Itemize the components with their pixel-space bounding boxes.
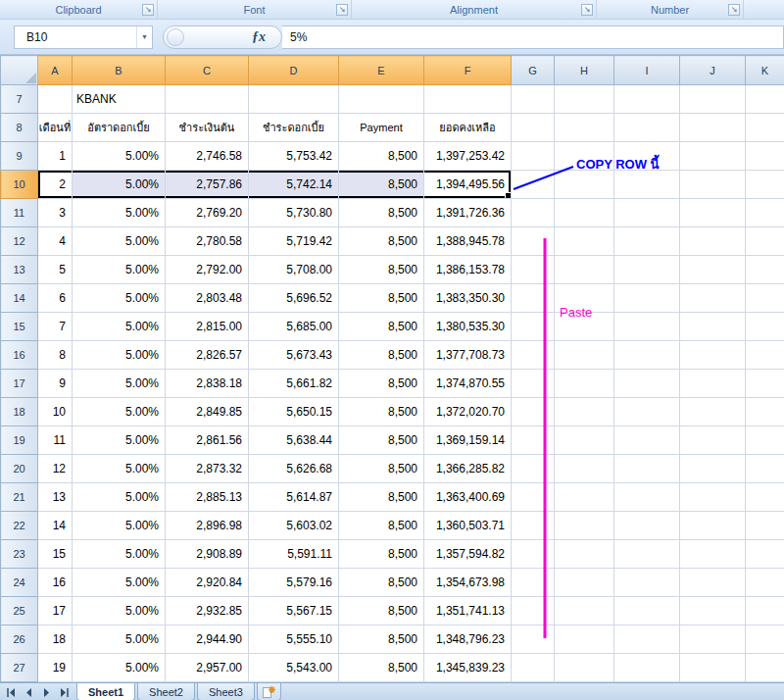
cell-F13[interactable]: 1,386,153.78 [424, 256, 512, 284]
cell-F23[interactable]: 1,357,594.82 [424, 540, 512, 569]
cell-F12[interactable]: 1,388,945.78 [424, 227, 512, 256]
column-header-C[interactable]: C [166, 56, 249, 85]
cell-A15[interactable]: 7 [38, 313, 73, 341]
cell-J16[interactable] [680, 341, 746, 370]
cell-K26[interactable] [746, 625, 784, 654]
row-header-10[interactable]: 10 [1, 171, 38, 199]
cell-D14[interactable]: 5,696.52 [249, 284, 339, 313]
cell-G12[interactable] [512, 227, 555, 256]
cell-B13[interactable]: 5.00% [73, 256, 166, 284]
cell-B9[interactable]: 5.00% [73, 142, 166, 171]
cell-A7[interactable] [38, 85, 73, 114]
cell-C17[interactable]: 2,838.18 [166, 370, 249, 398]
cell-B11[interactable]: 5.00% [73, 199, 166, 227]
cell-A26[interactable]: 18 [38, 625, 73, 654]
cell-G17[interactable] [512, 370, 555, 398]
cell-F10[interactable]: 1,394,495.56 [424, 171, 512, 199]
cell-E12[interactable]: 8,500 [339, 227, 424, 256]
cell-J7[interactable] [680, 85, 746, 114]
cell-A14[interactable]: 6 [38, 284, 73, 313]
cell-I17[interactable] [614, 370, 680, 398]
insert-function-icon[interactable]: ƒx [252, 29, 266, 45]
cell-C23[interactable]: 2,908.89 [166, 540, 249, 569]
cell-E20[interactable]: 8,500 [339, 455, 424, 483]
cell-A10[interactable]: 2 [38, 171, 73, 199]
cell-B26[interactable]: 5.00% [73, 625, 166, 654]
cell-K25[interactable] [746, 597, 784, 625]
cell-H10[interactable] [555, 171, 614, 199]
column-header-G[interactable]: G [512, 56, 555, 85]
cell-J24[interactable] [680, 569, 746, 597]
nav-prev-sheet-button[interactable] [21, 685, 36, 700]
cell-K17[interactable] [746, 370, 784, 398]
cell-D16[interactable]: 5,673.43 [249, 341, 339, 370]
cell-J15[interactable] [680, 313, 746, 341]
cell-C12[interactable]: 2,780.58 [166, 227, 249, 256]
cell-D22[interactable]: 5,603.02 [249, 512, 339, 540]
sheet-tab-sheet2[interactable]: Sheet2 [137, 683, 195, 700]
cell-J27[interactable] [680, 654, 746, 682]
name-box-value[interactable]: B10 [15, 30, 136, 44]
cell-K9[interactable] [746, 142, 784, 171]
cell-J19[interactable] [680, 426, 746, 455]
cell-G25[interactable] [512, 597, 555, 625]
cell-C15[interactable]: 2,815.00 [166, 313, 249, 341]
cell-F25[interactable]: 1,351,741.13 [424, 597, 512, 625]
cell-C11[interactable]: 2,769.20 [166, 199, 249, 227]
formula-buttons[interactable]: ƒx [163, 25, 282, 49]
nav-next-sheet-button[interactable] [38, 685, 54, 700]
cell-A19[interactable]: 11 [38, 426, 73, 455]
cell-K15[interactable] [746, 313, 784, 341]
cell-H21[interactable] [555, 483, 614, 512]
row-header-7[interactable]: 7 [1, 85, 38, 114]
cell-H18[interactable] [555, 398, 614, 426]
cell-I13[interactable] [614, 256, 680, 284]
cell-K24[interactable] [746, 569, 784, 597]
cell-E18[interactable]: 8,500 [339, 398, 424, 426]
cell-G26[interactable] [512, 625, 555, 654]
cell-F9[interactable]: 1,397,253.42 [424, 142, 512, 171]
cell-D7[interactable] [249, 85, 339, 114]
cell-A20[interactable]: 12 [38, 455, 73, 483]
cell-F15[interactable]: 1,380,535.30 [424, 313, 512, 341]
cell-J8[interactable] [680, 114, 746, 142]
row-header-23[interactable]: 23 [1, 540, 38, 569]
row-header-16[interactable]: 16 [1, 341, 38, 370]
cell-C8[interactable]: ชำระเงินต้น [166, 114, 249, 142]
cell-C20[interactable]: 2,873.32 [166, 455, 249, 483]
column-header-A[interactable]: A [38, 56, 73, 85]
cell-K20[interactable] [746, 455, 784, 483]
column-header-H[interactable]: H [555, 56, 614, 85]
cell-E21[interactable]: 8,500 [339, 483, 424, 512]
cell-D10[interactable]: 5,742.14 [249, 171, 339, 199]
cell-C24[interactable]: 2,920.84 [166, 569, 249, 597]
cell-H15[interactable] [555, 313, 614, 341]
cell-F11[interactable]: 1,391,726.36 [424, 199, 512, 227]
nav-last-sheet-button[interactable] [56, 685, 72, 700]
name-box-dropdown-icon[interactable]: ▼ [136, 26, 152, 48]
insert-worksheet-tab[interactable] [257, 683, 281, 700]
cell-K22[interactable] [746, 512, 784, 540]
cell-A22[interactable]: 14 [38, 512, 73, 540]
cell-K8[interactable] [746, 114, 784, 142]
cell-K10[interactable] [746, 171, 784, 199]
cell-J23[interactable] [680, 540, 746, 569]
cell-I9[interactable] [614, 142, 680, 171]
cell-G24[interactable] [512, 569, 555, 597]
cell-K11[interactable] [746, 199, 784, 227]
cell-G20[interactable] [512, 455, 555, 483]
sheet-tab-sheet1[interactable]: Sheet1 [76, 683, 135, 700]
cell-B27[interactable]: 5.00% [73, 654, 166, 682]
cell-I20[interactable] [614, 455, 680, 483]
cell-D24[interactable]: 5,579.16 [249, 569, 339, 597]
cell-F27[interactable]: 1,345,839.23 [424, 654, 512, 682]
dialog-launcher-icon[interactable]: ↘ [728, 4, 740, 16]
cell-G15[interactable] [512, 313, 555, 341]
cell-G13[interactable] [512, 256, 555, 284]
cell-D26[interactable]: 5,555.10 [249, 625, 339, 654]
formula-input[interactable]: 5% [282, 25, 784, 49]
cell-H7[interactable] [555, 85, 614, 114]
cell-I16[interactable] [614, 341, 680, 370]
cell-I12[interactable] [614, 227, 680, 256]
cell-I14[interactable] [614, 284, 680, 313]
